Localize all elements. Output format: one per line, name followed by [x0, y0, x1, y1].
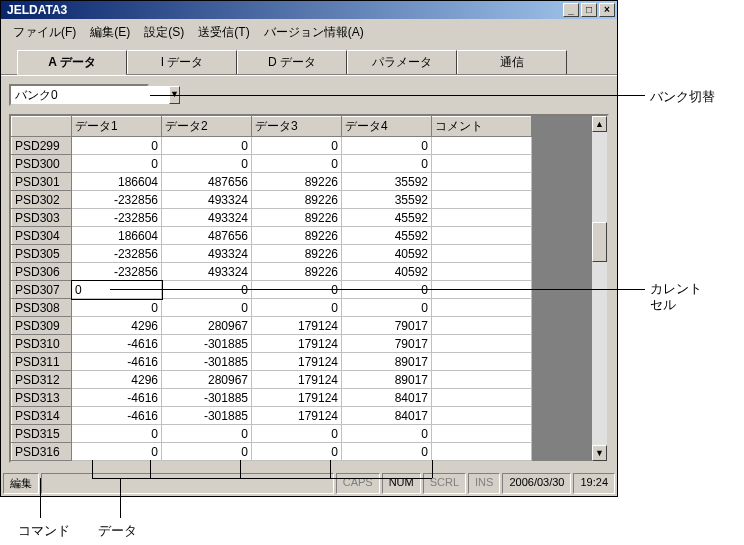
- cell[interactable]: 89226: [252, 245, 342, 263]
- table-row[interactable]: PSD3041866044876568922645592: [12, 227, 532, 245]
- table-row[interactable]: PSD314-4616-30188517912484017: [12, 407, 532, 425]
- cell[interactable]: -4616: [72, 353, 162, 371]
- cell[interactable]: -4616: [72, 335, 162, 353]
- cell[interactable]: 35592: [342, 173, 432, 191]
- row-header[interactable]: PSD304: [12, 227, 72, 245]
- cell[interactable]: 493324: [162, 263, 252, 281]
- cell[interactable]: 89226: [252, 209, 342, 227]
- cell[interactable]: 0: [252, 155, 342, 173]
- scroll-thumb[interactable]: [592, 222, 607, 262]
- cell[interactable]: 79017: [342, 335, 432, 353]
- table-row[interactable]: PSD3150000: [12, 425, 532, 443]
- cell[interactable]: 0: [162, 155, 252, 173]
- table-row[interactable]: PSD303-2328564933248922645592: [12, 209, 532, 227]
- cell[interactable]: 179124: [252, 335, 342, 353]
- table-row[interactable]: PSD309429628096717912479017: [12, 317, 532, 335]
- cell[interactable]: -4616: [72, 389, 162, 407]
- cell[interactable]: 0: [162, 425, 252, 443]
- col-header-d3[interactable]: データ3: [252, 117, 342, 137]
- cell[interactable]: -232856: [72, 263, 162, 281]
- row-header[interactable]: PSD311: [12, 353, 72, 371]
- scroll-up-button[interactable]: ▲: [592, 116, 607, 132]
- cell[interactable]: 0: [72, 299, 162, 317]
- cell[interactable]: 84017: [342, 389, 432, 407]
- cell-comment[interactable]: [432, 389, 532, 407]
- cell[interactable]: 493324: [162, 209, 252, 227]
- cell-comment[interactable]: [432, 317, 532, 335]
- table-row[interactable]: PSD306-2328564933248922640592: [12, 263, 532, 281]
- cell-comment[interactable]: [432, 155, 532, 173]
- row-header[interactable]: PSD316: [12, 443, 72, 461]
- cell[interactable]: 4296: [72, 371, 162, 389]
- tab-comm[interactable]: 通信: [457, 50, 567, 74]
- cell[interactable]: -4616: [72, 407, 162, 425]
- menu-file[interactable]: ファイル(F): [7, 22, 82, 43]
- cell-comment[interactable]: [432, 299, 532, 317]
- cell[interactable]: 0: [72, 425, 162, 443]
- cell[interactable]: 0: [252, 443, 342, 461]
- cell[interactable]: 179124: [252, 407, 342, 425]
- maximize-button[interactable]: □: [581, 3, 597, 17]
- cell[interactable]: 179124: [252, 389, 342, 407]
- cell-comment[interactable]: [432, 245, 532, 263]
- row-header[interactable]: PSD310: [12, 335, 72, 353]
- cell-comment[interactable]: [432, 353, 532, 371]
- cell[interactable]: -232856: [72, 209, 162, 227]
- cell[interactable]: 89226: [252, 263, 342, 281]
- col-header-d4[interactable]: データ4: [342, 117, 432, 137]
- cell-comment[interactable]: [432, 137, 532, 155]
- cell[interactable]: 79017: [342, 317, 432, 335]
- menu-settings[interactable]: 設定(S): [138, 22, 190, 43]
- cell[interactable]: 89226: [252, 191, 342, 209]
- cell[interactable]: 0: [72, 443, 162, 461]
- table-row[interactable]: PSD3160000: [12, 443, 532, 461]
- cell[interactable]: -301885: [162, 407, 252, 425]
- row-header[interactable]: PSD315: [12, 425, 72, 443]
- table-row[interactable]: PSD313-4616-30188517912484017: [12, 389, 532, 407]
- cell[interactable]: 179124: [252, 371, 342, 389]
- cell[interactable]: 35592: [342, 191, 432, 209]
- cell[interactable]: 0: [342, 443, 432, 461]
- cell-comment[interactable]: [432, 227, 532, 245]
- table-row[interactable]: PSD310-4616-30188517912479017: [12, 335, 532, 353]
- cell[interactable]: 493324: [162, 191, 252, 209]
- row-header[interactable]: PSD300: [12, 155, 72, 173]
- cell[interactable]: 0: [342, 155, 432, 173]
- cell[interactable]: 0: [72, 137, 162, 155]
- table-row[interactable]: PSD312429628096717912489017: [12, 371, 532, 389]
- cell[interactable]: 0: [342, 137, 432, 155]
- table-row[interactable]: PSD3080000: [12, 299, 532, 317]
- cell[interactable]: 0: [162, 137, 252, 155]
- row-header[interactable]: PSD307: [12, 281, 72, 299]
- row-header[interactable]: PSD313: [12, 389, 72, 407]
- row-header[interactable]: PSD301: [12, 173, 72, 191]
- bank-select[interactable]: ▼: [9, 84, 149, 106]
- col-header-row[interactable]: [12, 117, 72, 137]
- cell[interactable]: 45592: [342, 209, 432, 227]
- cell[interactable]: 493324: [162, 245, 252, 263]
- cell[interactable]: 89017: [342, 353, 432, 371]
- cell[interactable]: 89226: [252, 173, 342, 191]
- col-header-d1[interactable]: データ1: [72, 117, 162, 137]
- menu-edit[interactable]: 編集(E): [84, 22, 136, 43]
- cell[interactable]: 89017: [342, 371, 432, 389]
- table-row[interactable]: PSD311-4616-30188517912489017: [12, 353, 532, 371]
- tab-parameter[interactable]: パラメータ: [347, 50, 457, 74]
- cell-comment[interactable]: [432, 335, 532, 353]
- col-header-comment[interactable]: コメント: [432, 117, 532, 137]
- cell[interactable]: -232856: [72, 245, 162, 263]
- cell[interactable]: 0: [252, 425, 342, 443]
- row-header[interactable]: PSD306: [12, 263, 72, 281]
- close-button[interactable]: ×: [599, 3, 615, 17]
- tab-a-data[interactable]: A データ: [17, 50, 127, 75]
- cell[interactable]: 179124: [252, 353, 342, 371]
- cell[interactable]: 0: [162, 443, 252, 461]
- cell[interactable]: 487656: [162, 227, 252, 245]
- cell[interactable]: 0: [252, 137, 342, 155]
- cell[interactable]: 4296: [72, 317, 162, 335]
- cell[interactable]: 0: [342, 299, 432, 317]
- cell[interactable]: 186604: [72, 173, 162, 191]
- col-header-d2[interactable]: データ2: [162, 117, 252, 137]
- menu-sendrecv[interactable]: 送受信(T): [192, 22, 255, 43]
- row-header[interactable]: PSD312: [12, 371, 72, 389]
